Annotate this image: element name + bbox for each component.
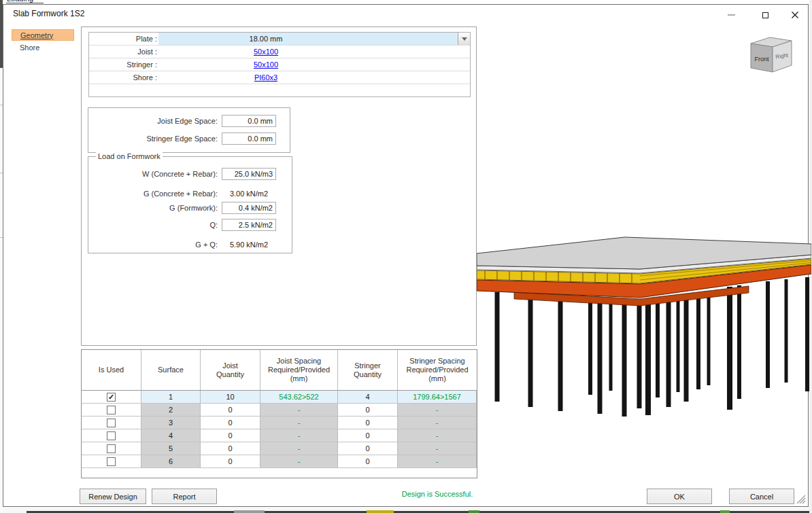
- renew-design-button[interactable]: Renew Design: [80, 489, 146, 504]
- maximize-button[interactable]: [757, 8, 773, 22]
- g-formwork-input[interactable]: [222, 202, 276, 214]
- joist-spacing-cell: -: [260, 429, 338, 442]
- joist-spacing-cell: 543.62>522: [260, 391, 338, 403]
- is-used-checkbox[interactable]: [107, 431, 116, 440]
- stringer-size-link[interactable]: 50x100: [254, 60, 278, 69]
- table-row-surface-3: 30-0-: [82, 417, 477, 429]
- is-used-checkbox[interactable]: ✓: [107, 393, 116, 402]
- load-on-formwork-group: Load on Formwork W (Concrete + Rebar): G…: [88, 156, 292, 253]
- joist-quantity-cell: 0: [201, 404, 260, 416]
- results-table-body: ✓110543.62>52241799.64>156720-0-30-0-40-…: [82, 391, 477, 468]
- cancel-button[interactable]: Cancel: [729, 489, 794, 504]
- joist-quantity-cell: 0: [201, 417, 260, 429]
- joist-spacing-cell: -: [260, 455, 338, 467]
- minimize-icon: [728, 14, 735, 16]
- header-joist-spacing: Joist Spacing Required/Provided (mm): [260, 350, 338, 390]
- plate-row: Plate : 18.00 mm: [89, 33, 470, 46]
- is-used-cell: [82, 404, 141, 416]
- g-formwork-label: G (Formwork):: [88, 202, 218, 214]
- stringer-quantity-cell: 0: [338, 404, 398, 416]
- is-used-cell: [82, 442, 141, 455]
- is-used-checkbox[interactable]: [107, 457, 116, 466]
- chevron-down-icon: [462, 37, 467, 41]
- joist-label: Joist :: [89, 46, 157, 58]
- joist-quantity-cell: 0: [201, 429, 260, 442]
- q-label: Q:: [88, 219, 218, 231]
- minimize-button[interactable]: [723, 8, 739, 22]
- header-surface: Surface: [141, 350, 201, 390]
- stringer-spacing-cell: -: [398, 417, 477, 429]
- is-used-cell: [82, 429, 141, 442]
- slab-formwork-dialog: Slab Formwork 1S2 Geometry Shore: [3, 4, 809, 507]
- edge-spacing-box: Joist Edge Space: Stringer Edge Space:: [88, 107, 290, 153]
- q-input[interactable]: [222, 219, 276, 231]
- table-row-surface-6: 60-0-: [82, 455, 477, 468]
- formwork-3d-viewport[interactable]: [477, 232, 811, 422]
- plate-value: 18.00 mm: [158, 33, 373, 45]
- joist-edge-space-input[interactable]: [222, 115, 276, 127]
- stringer-spacing-cell: 1799.64>1567: [398, 391, 477, 403]
- joist-row: Joist : 50x100: [89, 46, 470, 58]
- joist-edge-space-label: Joist Edge Space:: [88, 115, 218, 127]
- stringer-edge-space-input[interactable]: [222, 132, 276, 145]
- w-concrete-rebar-label: W (Concrete + Rebar):: [88, 168, 218, 180]
- stringer-edge-space-label: Stringer Edge Space:: [88, 132, 218, 145]
- report-button[interactable]: Report: [152, 489, 217, 504]
- background-window-sliver-bottom: [3, 508, 809, 513]
- surface-cell: 1: [141, 391, 201, 403]
- ok-button[interactable]: OK: [647, 489, 712, 504]
- maximize-icon: [762, 12, 768, 18]
- load-group-title: Load on Formwork: [96, 152, 163, 160]
- geometry-panel: Plate : 18.00 mm Joist : 50x100 Stringer…: [81, 26, 477, 346]
- stringer-spacing-cell: -: [398, 404, 477, 416]
- is-used-checkbox[interactable]: [107, 419, 116, 427]
- g-plus-q-value: 5.90 kN/m2: [222, 238, 276, 251]
- stringer-spacing-cell: -: [398, 455, 477, 467]
- sidebar-item-label: Shore: [20, 43, 39, 52]
- stringer-quantity-cell: 4: [338, 391, 398, 403]
- is-used-cell: [82, 417, 141, 429]
- is-used-checkbox[interactable]: [107, 406, 116, 414]
- titlebar[interactable]: Slab Formwork 1S2: [3, 5, 808, 24]
- stringer-quantity-cell: 0: [338, 429, 398, 442]
- joist-size-link[interactable]: 50x100: [254, 48, 278, 56]
- g-concrete-rebar-label: G (Concrete + Rebar):: [88, 188, 218, 200]
- shore-row: Shore : PI60x3: [89, 71, 470, 84]
- header-is-used: Is Used: [82, 350, 141, 390]
- surface-cell: 6: [141, 455, 201, 467]
- stringer-label: Stringer :: [89, 58, 157, 71]
- shore-size-link[interactable]: PI60x3: [254, 73, 277, 82]
- shore-label: Shore :: [89, 71, 157, 84]
- view-orientation-cube[interactable]: Front Right: [747, 33, 796, 77]
- joist-quantity-cell: 10: [201, 391, 260, 403]
- stringer-row: Stringer : 50x100: [89, 58, 470, 71]
- status-message: Design is Successful.: [339, 490, 536, 498]
- joist-quantity-cell: 0: [201, 455, 260, 467]
- plate-combo-arrow-button[interactable]: [458, 33, 470, 45]
- sidebar-item-geometry[interactable]: Geometry: [12, 29, 74, 41]
- screen: Loading Slab Formwork 1S2: [0, 0, 812, 513]
- stringer-quantity-cell: 0: [338, 417, 398, 429]
- w-concrete-rebar-input[interactable]: [222, 168, 276, 180]
- cube-front-label: Front: [754, 56, 769, 63]
- materials-empty-row: [89, 84, 470, 96]
- g-plus-q-label: G + Q:: [88, 238, 218, 251]
- table-row-surface-5: 50-0-: [82, 442, 477, 455]
- sidebar-item-shore[interactable]: Shore: [12, 41, 74, 53]
- surface-cell: 5: [141, 442, 201, 455]
- results-table: Is Used Surface Joist Quantity Joist Spa…: [81, 349, 477, 478]
- plate-combobox[interactable]: 18.00 mm: [158, 33, 458, 45]
- g-concrete-rebar-value: 3.00 kN/m2: [222, 188, 276, 200]
- joist-spacing-cell: -: [260, 404, 338, 416]
- background-underline: [6, 3, 44, 3]
- is-used-checkbox[interactable]: [107, 444, 116, 453]
- joist-spacing-cell: -: [260, 442, 338, 455]
- sidebar-item-label: Geometry: [20, 31, 53, 39]
- table-row-surface-4: 40-0-: [82, 429, 477, 442]
- resize-grip[interactable]: [794, 493, 807, 505]
- surface-cell: 2: [141, 404, 201, 416]
- stringer-quantity-cell: 0: [338, 442, 398, 455]
- joist-spacing-cell: -: [260, 417, 338, 429]
- close-button[interactable]: [787, 8, 803, 22]
- surface-cell: 4: [141, 429, 201, 442]
